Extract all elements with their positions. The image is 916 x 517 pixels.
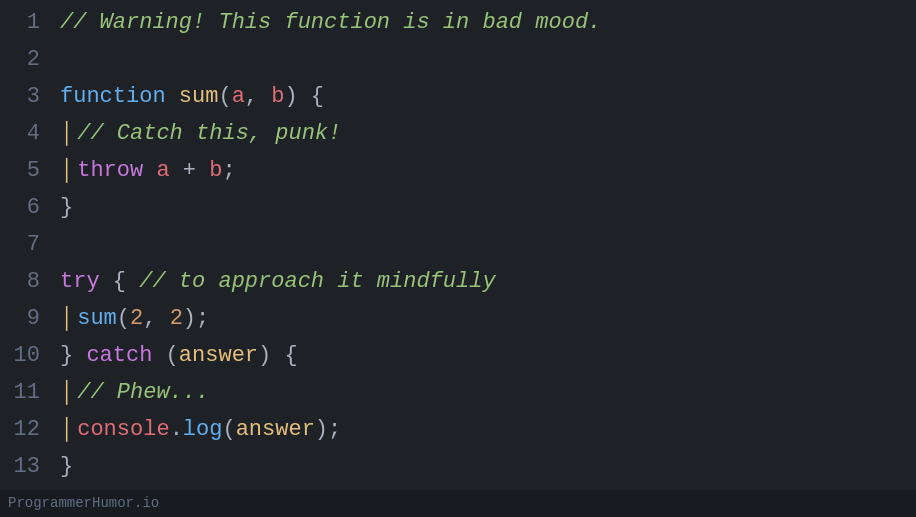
line-content-9: │ sum(2, 2); <box>60 300 916 337</box>
line-content-13: } <box>60 448 916 485</box>
paren-close: ) { <box>284 84 324 109</box>
code-line-12: 12 │ console.log(answer); <box>0 411 916 448</box>
sum-fn-call: sum <box>77 306 117 331</box>
line-content-10: } catch (answer) { <box>60 337 916 374</box>
line-content-3: function sum(a, b) { <box>60 78 916 115</box>
arg-2a: 2 <box>130 306 143 331</box>
line-content-5: │ throw a + b; <box>60 152 916 189</box>
comment-mindfully: // to approach it mindfully <box>139 269 495 294</box>
line-number-10: 10 <box>0 337 60 374</box>
pipe-block-11: │ <box>60 374 77 411</box>
throw-a: a <box>156 158 169 183</box>
line-number-8: 8 <box>0 263 60 300</box>
line-content-6: } <box>60 189 916 226</box>
function-name: sum <box>179 84 219 109</box>
code-editor: 1 // Warning! This function is in bad mo… <box>0 0 916 490</box>
code-line-2: 2 <box>0 41 916 78</box>
line-number-7: 7 <box>0 226 60 263</box>
log-arg-answer: answer <box>236 417 315 442</box>
pipe-block-12: │ <box>60 411 77 448</box>
semicolon-throw: ; <box>222 158 235 183</box>
line-number-13: 13 <box>0 448 60 485</box>
code-line-1: 1 // Warning! This function is in bad mo… <box>0 4 916 41</box>
try-keyword: try <box>60 269 100 294</box>
line-content-4: │ // Catch this, punk! <box>60 115 916 152</box>
final-close-brace: } <box>60 454 73 479</box>
try-brace: { <box>100 269 140 294</box>
pipe-block-4: │ <box>60 115 77 152</box>
code-line-9: 9 │ sum(2, 2); <box>0 300 916 337</box>
line-number-9: 9 <box>0 300 60 337</box>
throw-keyword: throw <box>77 158 143 183</box>
line-content-12: │ console.log(answer); <box>60 411 916 448</box>
space <box>166 84 179 109</box>
code-line-11: 11 │ // Phew... <box>0 374 916 411</box>
call-comma: , <box>143 306 169 331</box>
line-number-5: 5 <box>0 152 60 189</box>
pipe-11: │ <box>60 374 73 411</box>
catch-keyword: catch <box>86 343 152 368</box>
throw-b: b <box>209 158 222 183</box>
code-line-10: 10 } catch (answer) { <box>0 337 916 374</box>
call-paren-close: ); <box>183 306 209 331</box>
log-paren-open: ( <box>222 417 235 442</box>
code-line-7: 7 <box>0 226 916 263</box>
comment-phew: // Phew... <box>77 380 209 405</box>
catch-paren-close: ) { <box>258 343 298 368</box>
call-paren-open: ( <box>117 306 130 331</box>
comment-warning: // Warning! This function is in bad mood… <box>60 10 601 35</box>
space-throw <box>143 158 156 183</box>
pipe-4: │ <box>60 115 73 152</box>
line-number-12: 12 <box>0 411 60 448</box>
comma: , <box>245 84 271 109</box>
code-line-5: 5 │ throw a + b; <box>0 152 916 189</box>
param-a: a <box>232 84 245 109</box>
pipe-9: │ <box>60 300 73 337</box>
plus: + <box>170 158 210 183</box>
line-number-3: 3 <box>0 78 60 115</box>
function-keyword: function <box>60 84 166 109</box>
line-number-11: 11 <box>0 374 60 411</box>
log-paren-close: ); <box>315 417 341 442</box>
console-log-method: log <box>183 417 223 442</box>
code-line-4: 4 │ // Catch this, punk! <box>0 115 916 152</box>
line-number-1: 1 <box>0 4 60 41</box>
pipe-12: │ <box>60 411 73 448</box>
console-obj: console <box>77 417 169 442</box>
pipe-5: │ <box>60 152 73 189</box>
footer-text: ProgrammerHumor.io <box>8 485 159 517</box>
catch-close-brace: } <box>60 343 86 368</box>
line-content-8: try { // to approach it mindfully <box>60 263 916 300</box>
code-line-8: 8 try { // to approach it mindfully <box>0 263 916 300</box>
line-content-1: // Warning! This function is in bad mood… <box>60 4 916 41</box>
line-number-4: 4 <box>0 115 60 152</box>
pipe-block-9: │ <box>60 300 77 337</box>
catch-param: answer <box>179 343 258 368</box>
line-number-6: 6 <box>0 189 60 226</box>
line-content-11: │ // Phew... <box>60 374 916 411</box>
code-line-3: 3 function sum(a, b) { <box>0 78 916 115</box>
dot: . <box>170 417 183 442</box>
footer: ProgrammerHumor.io <box>0 490 916 517</box>
paren-open: ( <box>218 84 231 109</box>
code-line-6: 6 } <box>0 189 916 226</box>
comment-catch-punk: // Catch this, punk! <box>77 121 341 146</box>
line-number-2: 2 <box>0 41 60 78</box>
param-b: b <box>271 84 284 109</box>
pipe-block-5: │ <box>60 152 77 189</box>
close-brace-fn: } <box>60 195 73 220</box>
catch-paren-open: ( <box>152 343 178 368</box>
arg-2b: 2 <box>170 306 183 331</box>
code-line-13: 13 } <box>0 448 916 485</box>
